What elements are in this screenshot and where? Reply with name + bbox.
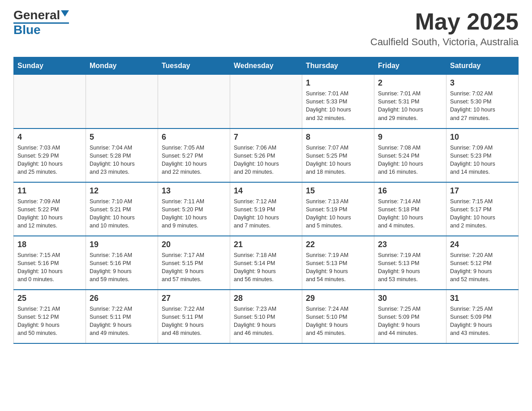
calendar-cell: 3Sunrise: 7:02 AM Sunset: 5:30 PM Daylig… bbox=[446, 75, 519, 128]
day-info: Sunrise: 7:22 AM Sunset: 5:11 PM Dayligh… bbox=[90, 305, 154, 338]
day-number: 31 bbox=[450, 294, 515, 303]
calendar-cell bbox=[230, 75, 302, 128]
day-number: 3 bbox=[450, 78, 515, 88]
day-number: 17 bbox=[450, 186, 515, 196]
calendar-cell: 14Sunrise: 7:12 AM Sunset: 5:19 PM Dayli… bbox=[230, 182, 302, 236]
title-area: May 2025 Caulfield South, Victoria, Aust… bbox=[370, 9, 519, 48]
day-info: Sunrise: 7:25 AM Sunset: 5:09 PM Dayligh… bbox=[450, 305, 515, 338]
calendar-cell: 2Sunrise: 7:01 AM Sunset: 5:31 PM Daylig… bbox=[374, 75, 446, 128]
day-info: Sunrise: 7:25 AM Sunset: 5:09 PM Dayligh… bbox=[378, 305, 442, 338]
calendar-cell: 23Sunrise: 7:19 AM Sunset: 5:13 PM Dayli… bbox=[374, 236, 446, 290]
main-title: May 2025 bbox=[370, 9, 519, 34]
day-number: 26 bbox=[90, 294, 154, 303]
day-number: 15 bbox=[306, 186, 370, 196]
day-number: 23 bbox=[378, 240, 442, 249]
day-info: Sunrise: 7:16 AM Sunset: 5:16 PM Dayligh… bbox=[90, 251, 154, 284]
header-tuesday: Tuesday bbox=[158, 57, 230, 75]
day-info: Sunrise: 7:13 AM Sunset: 5:19 PM Dayligh… bbox=[306, 197, 370, 230]
calendar-cell: 1Sunrise: 7:01 AM Sunset: 5:33 PM Daylig… bbox=[302, 75, 374, 128]
calendar-cell: 13Sunrise: 7:11 AM Sunset: 5:20 PM Dayli… bbox=[158, 182, 230, 236]
day-number: 29 bbox=[306, 294, 370, 303]
calendar-cell bbox=[14, 75, 86, 128]
day-number: 5 bbox=[90, 133, 154, 142]
day-info: Sunrise: 7:09 AM Sunset: 5:22 PM Dayligh… bbox=[17, 197, 82, 230]
day-number: 27 bbox=[162, 294, 226, 303]
day-info: Sunrise: 7:19 AM Sunset: 5:13 PM Dayligh… bbox=[306, 251, 370, 284]
calendar-week-1: 1Sunrise: 7:01 AM Sunset: 5:33 PM Daylig… bbox=[14, 75, 519, 128]
calendar-cell: 20Sunrise: 7:17 AM Sunset: 5:15 PM Dayli… bbox=[158, 236, 230, 290]
calendar-cell: 31Sunrise: 7:25 AM Sunset: 5:09 PM Dayli… bbox=[446, 290, 519, 343]
calendar-week-5: 25Sunrise: 7:21 AM Sunset: 5:12 PM Dayli… bbox=[14, 290, 519, 343]
day-number: 16 bbox=[378, 186, 442, 196]
calendar-cell: 26Sunrise: 7:22 AM Sunset: 5:11 PM Dayli… bbox=[86, 290, 158, 343]
calendar-cell: 6Sunrise: 7:05 AM Sunset: 5:27 PM Daylig… bbox=[158, 128, 230, 182]
page-header: General Blue May 2025 Caulfield South, V… bbox=[13, 9, 519, 48]
day-info: Sunrise: 7:04 AM Sunset: 5:28 PM Dayligh… bbox=[90, 144, 154, 176]
calendar-cell bbox=[86, 75, 158, 128]
day-info: Sunrise: 7:06 AM Sunset: 5:26 PM Dayligh… bbox=[234, 144, 298, 176]
logo-blue: Blue bbox=[13, 24, 41, 36]
day-info: Sunrise: 7:22 AM Sunset: 5:11 PM Dayligh… bbox=[162, 305, 226, 338]
calendar-cell: 16Sunrise: 7:14 AM Sunset: 5:18 PM Dayli… bbox=[374, 182, 446, 236]
day-info: Sunrise: 7:10 AM Sunset: 5:21 PM Dayligh… bbox=[90, 197, 154, 230]
day-number: 11 bbox=[17, 186, 82, 196]
day-info: Sunrise: 7:14 AM Sunset: 5:18 PM Dayligh… bbox=[378, 197, 442, 230]
subtitle: Caulfield South, Victoria, Australia bbox=[370, 36, 519, 48]
calendar-cell: 21Sunrise: 7:18 AM Sunset: 5:14 PM Dayli… bbox=[230, 236, 302, 290]
day-info: Sunrise: 7:05 AM Sunset: 5:27 PM Dayligh… bbox=[162, 144, 226, 176]
calendar-cell: 11Sunrise: 7:09 AM Sunset: 5:22 PM Dayli… bbox=[14, 182, 86, 236]
day-number: 19 bbox=[90, 240, 154, 249]
day-number: 4 bbox=[17, 133, 82, 142]
day-number: 28 bbox=[234, 294, 298, 303]
logo-general: General bbox=[13, 9, 60, 21]
logo: General Blue bbox=[13, 9, 69, 36]
day-info: Sunrise: 7:18 AM Sunset: 5:14 PM Dayligh… bbox=[234, 251, 298, 284]
day-info: Sunrise: 7:23 AM Sunset: 5:10 PM Dayligh… bbox=[234, 305, 298, 338]
calendar-cell: 15Sunrise: 7:13 AM Sunset: 5:19 PM Dayli… bbox=[302, 182, 374, 236]
calendar-header-row: SundayMondayTuesdayWednesdayThursdayFrid… bbox=[14, 57, 519, 75]
header-saturday: Saturday bbox=[446, 57, 519, 75]
calendar-cell: 8Sunrise: 7:07 AM Sunset: 5:25 PM Daylig… bbox=[302, 128, 374, 182]
calendar-week-4: 18Sunrise: 7:15 AM Sunset: 5:16 PM Dayli… bbox=[14, 236, 519, 290]
day-number: 13 bbox=[162, 186, 226, 196]
day-info: Sunrise: 7:09 AM Sunset: 5:23 PM Dayligh… bbox=[450, 144, 515, 176]
calendar-week-3: 11Sunrise: 7:09 AM Sunset: 5:22 PM Dayli… bbox=[14, 182, 519, 236]
calendar-cell: 10Sunrise: 7:09 AM Sunset: 5:23 PM Dayli… bbox=[446, 128, 519, 182]
day-info: Sunrise: 7:21 AM Sunset: 5:12 PM Dayligh… bbox=[17, 305, 82, 338]
day-number: 9 bbox=[378, 133, 442, 142]
calendar-cell: 9Sunrise: 7:08 AM Sunset: 5:24 PM Daylig… bbox=[374, 128, 446, 182]
calendar-cell: 30Sunrise: 7:25 AM Sunset: 5:09 PM Dayli… bbox=[374, 290, 446, 343]
calendar-cell: 17Sunrise: 7:15 AM Sunset: 5:17 PM Dayli… bbox=[446, 182, 519, 236]
day-number: 22 bbox=[306, 240, 370, 249]
day-info: Sunrise: 7:07 AM Sunset: 5:25 PM Dayligh… bbox=[306, 144, 370, 176]
day-info: Sunrise: 7:24 AM Sunset: 5:10 PM Dayligh… bbox=[306, 305, 370, 338]
logo-triangle-icon bbox=[61, 10, 69, 17]
day-info: Sunrise: 7:15 AM Sunset: 5:17 PM Dayligh… bbox=[450, 197, 515, 230]
day-info: Sunrise: 7:11 AM Sunset: 5:20 PM Dayligh… bbox=[162, 197, 226, 230]
day-number: 20 bbox=[162, 240, 226, 249]
day-info: Sunrise: 7:20 AM Sunset: 5:12 PM Dayligh… bbox=[450, 251, 515, 284]
calendar-cell: 25Sunrise: 7:21 AM Sunset: 5:12 PM Dayli… bbox=[14, 290, 86, 343]
calendar-cell: 12Sunrise: 7:10 AM Sunset: 5:21 PM Dayli… bbox=[86, 182, 158, 236]
calendar-cell: 18Sunrise: 7:15 AM Sunset: 5:16 PM Dayli… bbox=[14, 236, 86, 290]
day-info: Sunrise: 7:15 AM Sunset: 5:16 PM Dayligh… bbox=[17, 251, 82, 284]
day-number: 14 bbox=[234, 186, 298, 196]
calendar-cell: 27Sunrise: 7:22 AM Sunset: 5:11 PM Dayli… bbox=[158, 290, 230, 343]
day-number: 2 bbox=[378, 78, 442, 88]
header-monday: Monday bbox=[86, 57, 158, 75]
day-info: Sunrise: 7:17 AM Sunset: 5:15 PM Dayligh… bbox=[162, 251, 226, 284]
day-number: 21 bbox=[234, 240, 298, 249]
day-number: 30 bbox=[378, 294, 442, 303]
calendar-cell: 22Sunrise: 7:19 AM Sunset: 5:13 PM Dayli… bbox=[302, 236, 374, 290]
calendar-week-2: 4Sunrise: 7:03 AM Sunset: 5:29 PM Daylig… bbox=[14, 128, 519, 182]
day-info: Sunrise: 7:01 AM Sunset: 5:33 PM Dayligh… bbox=[306, 90, 370, 122]
calendar-cell: 29Sunrise: 7:24 AM Sunset: 5:10 PM Dayli… bbox=[302, 290, 374, 343]
day-info: Sunrise: 7:02 AM Sunset: 5:30 PM Dayligh… bbox=[450, 90, 515, 122]
header-wednesday: Wednesday bbox=[230, 57, 302, 75]
day-info: Sunrise: 7:03 AM Sunset: 5:29 PM Dayligh… bbox=[17, 144, 82, 176]
header-thursday: Thursday bbox=[302, 57, 374, 75]
calendar-table: SundayMondayTuesdayWednesdayThursdayFrid… bbox=[13, 57, 519, 344]
day-number: 7 bbox=[234, 133, 298, 142]
day-number: 25 bbox=[17, 294, 82, 303]
day-info: Sunrise: 7:08 AM Sunset: 5:24 PM Dayligh… bbox=[378, 144, 442, 176]
